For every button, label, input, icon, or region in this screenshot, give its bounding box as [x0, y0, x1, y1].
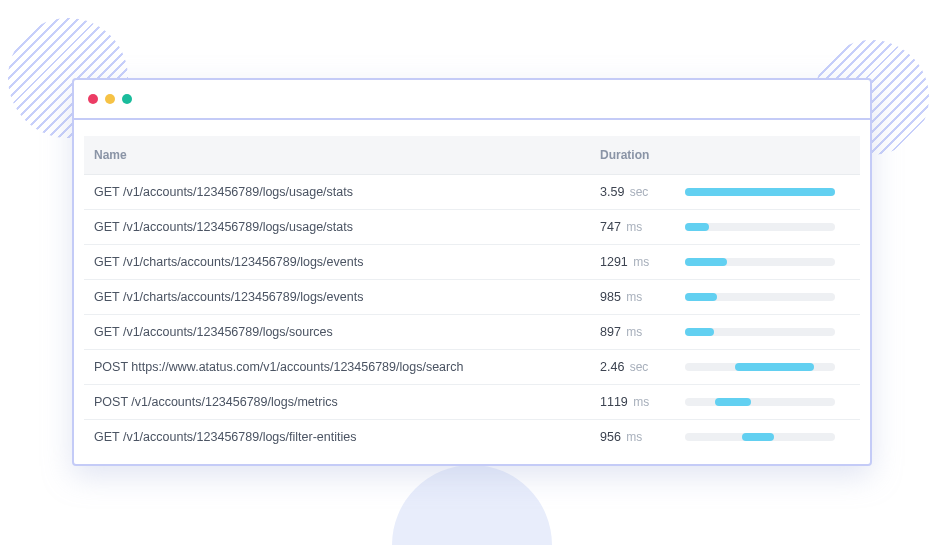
timeline-track: [685, 328, 835, 336]
request-duration: 747 ms: [600, 220, 685, 234]
request-duration: 1119 ms: [600, 395, 685, 409]
table-row[interactable]: POST /v1/accounts/123456789/logs/metrics…: [84, 385, 860, 420]
request-duration: 3.59 sec: [600, 185, 685, 199]
window-maximize-icon[interactable]: [122, 94, 132, 104]
timeline-track: [685, 258, 835, 266]
window-close-icon[interactable]: [88, 94, 98, 104]
window-titlebar: [74, 80, 870, 120]
timeline-cell: [685, 363, 850, 371]
duration-unit: ms: [630, 255, 649, 269]
duration-unit: ms: [623, 220, 642, 234]
request-table: Name Duration GET /v1/accounts/123456789…: [74, 120, 870, 464]
duration-unit: ms: [623, 290, 642, 304]
timeline-cell: [685, 293, 850, 301]
request-name: GET /v1/accounts/123456789/logs/sources: [94, 325, 600, 339]
timeline-track: [685, 223, 835, 231]
timeline-bar: [685, 258, 727, 266]
request-name: POST https://www.atatus.com/v1/accounts/…: [94, 360, 600, 374]
table-row[interactable]: GET /v1/accounts/123456789/logs/filter-e…: [84, 420, 860, 454]
timeline-cell: [685, 328, 850, 336]
column-header-duration[interactable]: Duration: [600, 148, 685, 162]
table-row[interactable]: GET /v1/accounts/123456789/logs/usage/st…: [84, 175, 860, 210]
window-minimize-icon[interactable]: [105, 94, 115, 104]
request-name: POST /v1/accounts/123456789/logs/metrics: [94, 395, 600, 409]
duration-value: 1291: [600, 255, 628, 269]
timeline-bar: [735, 363, 815, 371]
table-row[interactable]: GET /v1/charts/accounts/123456789/logs/e…: [84, 280, 860, 315]
decorative-circle-bottom: [392, 465, 552, 545]
table-row[interactable]: POST https://www.atatus.com/v1/accounts/…: [84, 350, 860, 385]
request-duration: 2.46 sec: [600, 360, 685, 374]
duration-unit: ms: [623, 430, 642, 444]
table-row[interactable]: GET /v1/accounts/123456789/logs/usage/st…: [84, 210, 860, 245]
timeline-cell: [685, 188, 850, 196]
timeline-bar: [685, 223, 709, 231]
request-duration: 956 ms: [600, 430, 685, 444]
browser-window: Name Duration GET /v1/accounts/123456789…: [72, 78, 872, 466]
table-row[interactable]: GET /v1/charts/accounts/123456789/logs/e…: [84, 245, 860, 280]
duration-unit: sec: [626, 185, 648, 199]
timeline-bar: [685, 293, 717, 301]
timeline-bar: [685, 188, 835, 196]
request-duration: 1291 ms: [600, 255, 685, 269]
timeline-track: [685, 293, 835, 301]
timeline-bar: [715, 398, 751, 406]
request-name: GET /v1/accounts/123456789/logs/usage/st…: [94, 185, 600, 199]
request-name: GET /v1/accounts/123456789/logs/usage/st…: [94, 220, 600, 234]
duration-value: 897: [600, 325, 621, 339]
timeline-cell: [685, 223, 850, 231]
duration-value: 985: [600, 290, 621, 304]
timeline-cell: [685, 433, 850, 441]
timeline-track: [685, 398, 835, 406]
request-duration: 897 ms: [600, 325, 685, 339]
duration-unit: sec: [626, 360, 648, 374]
timeline-bar: [742, 433, 774, 441]
timeline-track: [685, 188, 835, 196]
duration-value: 2.46: [600, 360, 624, 374]
table-header: Name Duration: [84, 136, 860, 175]
request-duration: 985 ms: [600, 290, 685, 304]
timeline-track: [685, 363, 835, 371]
duration-unit: ms: [623, 325, 642, 339]
table-row[interactable]: GET /v1/accounts/123456789/logs/sources8…: [84, 315, 860, 350]
duration-value: 1119: [600, 395, 628, 409]
duration-value: 3.59: [600, 185, 624, 199]
duration-unit: ms: [630, 395, 649, 409]
request-name: GET /v1/charts/accounts/123456789/logs/e…: [94, 255, 600, 269]
duration-value: 747: [600, 220, 621, 234]
timeline-cell: [685, 258, 850, 266]
column-header-name[interactable]: Name: [94, 148, 600, 162]
timeline-cell: [685, 398, 850, 406]
timeline-bar: [685, 328, 714, 336]
timeline-track: [685, 433, 835, 441]
request-name: GET /v1/charts/accounts/123456789/logs/e…: [94, 290, 600, 304]
duration-value: 956: [600, 430, 621, 444]
request-name: GET /v1/accounts/123456789/logs/filter-e…: [94, 430, 600, 444]
